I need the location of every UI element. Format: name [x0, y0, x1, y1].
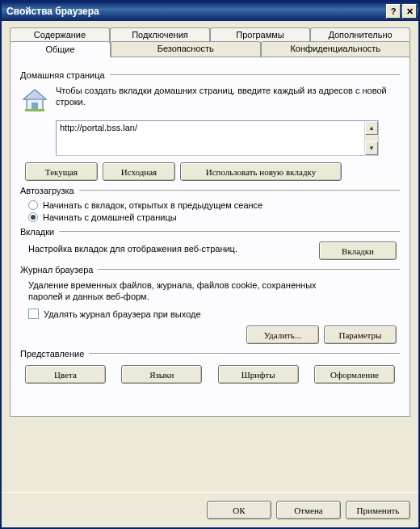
- home-icon: [20, 86, 49, 115]
- group-appearance-label: Представление: [20, 349, 89, 359]
- dialog-button-bar: ОК Отмена Применить: [2, 492, 418, 527]
- tab-row-front: Общие Безопасность Конфиденциальность: [10, 41, 410, 57]
- tab-row-back: Содержание Подключения Программы Дополни…: [10, 27, 410, 42]
- group-history: Журнал браузера Удаление временных файло…: [20, 265, 400, 344]
- dialog-body: Содержание Подключения Программы Дополни…: [2, 21, 418, 492]
- scrollbar[interactable]: ▲ ▼: [364, 121, 378, 155]
- group-appearance: Представление Цвета Языки Шрифты Оформле…: [20, 349, 400, 384]
- group-homepage-label: Домашняя страница: [20, 70, 110, 80]
- tab-security[interactable]: Безопасность: [111, 41, 261, 57]
- tab-content[interactable]: Содержание: [10, 27, 110, 42]
- divider: [79, 190, 400, 191]
- tab-programs[interactable]: Программы: [210, 27, 310, 42]
- divider: [98, 269, 400, 271]
- apply-button[interactable]: Применить: [346, 501, 410, 519]
- colors-button[interactable]: Цвета: [25, 365, 106, 384]
- group-history-label: Журнал браузера: [20, 265, 98, 275]
- radio-icon: [28, 200, 38, 210]
- help-icon[interactable]: ?: [386, 4, 401, 19]
- default-page-button[interactable]: Исходная: [103, 162, 175, 181]
- group-homepage: Домашняя страница Чтобы созда: [20, 70, 400, 181]
- homepage-url-input[interactable]: http://portal.bss.lan/ ▲ ▼: [56, 120, 379, 156]
- tab-connections[interactable]: Подключения: [110, 27, 210, 42]
- radio-icon: [28, 212, 38, 222]
- divider: [110, 74, 400, 76]
- tab-advanced[interactable]: Дополнительно: [310, 27, 410, 42]
- svg-marker-3: [23, 90, 46, 99]
- tab-privacy[interactable]: Конфиденциальность: [261, 41, 411, 57]
- dialog-window: Свойства браузера ? ✕ Содержание Подключ…: [0, 0, 420, 529]
- current-page-button[interactable]: Текущая: [25, 162, 98, 181]
- tabs-area: Содержание Подключения Программы Дополни…: [10, 27, 410, 417]
- delete-on-exit-label: Удалять журнал браузера при выходе: [44, 309, 201, 319]
- tab-page-general: Домашняя страница Чтобы созда: [10, 57, 410, 417]
- homepage-url-text: http://portal.bss.lan/: [60, 123, 137, 132]
- titlebar: Свойства браузера ? ✕: [2, 2, 418, 21]
- divider: [89, 353, 400, 355]
- radio-last-session[interactable]: Начинать с вкладок, открытых в предыдуще…: [28, 200, 400, 210]
- languages-button[interactable]: Языки: [121, 365, 202, 384]
- checkbox-icon: [28, 309, 39, 319]
- group-tabs: Вкладки Настройка вкладок для отображени…: [20, 227, 400, 260]
- use-newtab-button[interactable]: Использовать новую вкладку: [180, 162, 342, 181]
- svg-rect-2: [25, 109, 44, 111]
- close-icon[interactable]: ✕: [402, 4, 417, 19]
- history-description: Удаление временных файлов, журнала, файл…: [28, 279, 327, 302]
- scroll-up-icon[interactable]: ▲: [365, 121, 378, 135]
- window-title: Свойства браузера: [6, 6, 386, 17]
- titlebar-buttons: ? ✕: [386, 4, 417, 19]
- history-params-button[interactable]: Параметры: [324, 325, 397, 344]
- group-autostart-label: Автозагрузка: [20, 186, 79, 195]
- tab-general[interactable]: Общие: [10, 41, 111, 57]
- divider: [59, 231, 400, 233]
- group-tabs-label: Вкладки: [20, 227, 59, 237]
- cancel-button[interactable]: Отмена: [276, 501, 341, 519]
- fonts-button[interactable]: Шрифты: [218, 365, 299, 384]
- tabs-description: Настройка вкладок для отображения веб-ст…: [28, 243, 237, 254]
- radio-homepage[interactable]: Начинать с домашней страницы: [28, 212, 400, 222]
- radio-homepage-label: Начинать с домашней страницы: [43, 212, 177, 222]
- ok-button[interactable]: ОК: [207, 501, 271, 519]
- delete-history-button[interactable]: Удалить...: [246, 325, 319, 344]
- radio-last-session-label: Начинать с вкладок, открытых в предыдуще…: [43, 200, 262, 210]
- tabs-settings-button[interactable]: Вкладки: [319, 241, 397, 260]
- homepage-description: Чтобы создать вкладки домашних страниц, …: [56, 85, 400, 115]
- scroll-down-icon[interactable]: ▼: [365, 141, 378, 155]
- accessibility-button[interactable]: Оформление: [314, 365, 395, 384]
- delete-on-exit-checkbox[interactable]: Удалять журнал браузера при выходе: [28, 309, 400, 319]
- group-autostart: Автозагрузка Начинать с вкладок, открыты…: [20, 186, 400, 222]
